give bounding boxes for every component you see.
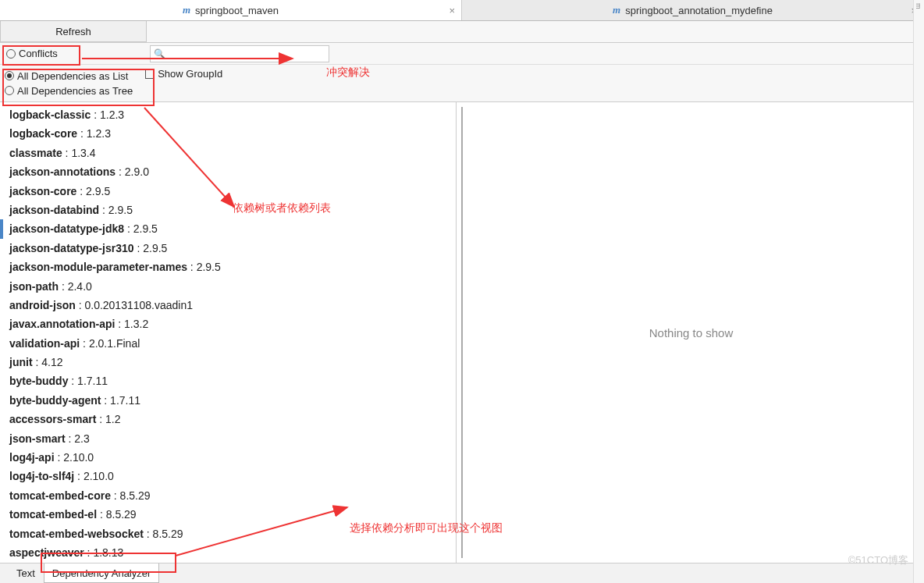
dependency-name: logback-classic <box>9 108 91 121</box>
dependency-name: accessors-smart <box>9 413 96 425</box>
dependency-version: : 1.2.3 <box>91 108 124 121</box>
dependency-version: : 2.3 <box>66 432 90 445</box>
radio-all-tree[interactable]: All Dependencies as Tree <box>5 85 133 97</box>
list-item[interactable]: tomcat-embed-core : 8.5.29 <box>9 486 456 505</box>
list-item[interactable]: javax.annotation-api : 1.3.2 <box>9 315 456 333</box>
dependency-name: jackson-annotations <box>9 165 116 178</box>
watermark: ©51CTO博客 <box>848 553 908 567</box>
dependency-name: json-smart <box>9 432 66 445</box>
dependency-name: tomcat-embed-el <box>9 508 97 521</box>
right-tool-sidebar[interactable]: m <box>913 0 924 583</box>
list-item[interactable]: classmate : 1.3.4 <box>9 144 456 162</box>
dependency-version: : 1.2.3 <box>77 127 111 140</box>
dependency-version: : 2.0.1.Final <box>80 337 140 350</box>
radio-label: All Dependencies as List <box>17 70 128 82</box>
close-icon[interactable]: × <box>449 5 455 16</box>
dependency-name: jackson-datatype-jsr310 <box>9 242 134 254</box>
tab-label: springboot_maven <box>195 5 279 16</box>
dependency-version: : 2.10.0 <box>55 451 94 464</box>
list-item[interactable]: tomcat-embed-websocket : 8.5.29 <box>9 524 456 543</box>
radio-label: Conflicts <box>19 48 58 59</box>
list-item[interactable]: tomcat-embed-el : 8.5.29 <box>9 505 456 524</box>
list-item[interactable]: log4j-api : 2.10.0 <box>9 448 456 467</box>
tab-text[interactable]: Text <box>8 563 44 583</box>
dependency-list-pane[interactable]: logback-classic : 1.2.3logback-core : 1.… <box>0 102 457 563</box>
checkbox-icon <box>145 69 155 79</box>
empty-state-text: Nothing to show <box>649 326 734 339</box>
toolbar: Refresh <box>0 21 924 43</box>
list-item[interactable]: validation-api : 2.0.1.Final <box>9 334 456 353</box>
tab-label: springboot_annotation_mydefine <box>625 5 773 16</box>
maven-icon: m <box>613 4 620 16</box>
dependency-name: log4j-to-slf4j <box>9 470 74 482</box>
list-item[interactable]: log4j-to-slf4j : 2.10.0 <box>9 467 456 485</box>
search-field[interactable] <box>167 48 325 59</box>
list-item[interactable]: logback-core : 1.2.3 <box>9 124 456 143</box>
dependency-version: : 4.12 <box>33 356 63 368</box>
maven-icon: m <box>183 4 190 16</box>
dependency-version: : 2.9.5 <box>134 242 168 254</box>
sidebar-tool-icon[interactable]: m <box>914 0 923 12</box>
dependency-name: json-path <box>9 280 59 293</box>
refresh-button[interactable]: Refresh <box>0 21 147 42</box>
dependency-version: : 2.10.0 <box>74 470 114 482</box>
list-item[interactable]: logback-classic : 1.2.3 <box>9 105 456 124</box>
list-item[interactable]: byte-buddy : 1.7.11 <box>9 371 456 390</box>
dependency-name: tomcat-embed-core <box>9 489 111 502</box>
dependency-name: aspectjweaver <box>9 546 84 559</box>
dependency-version: : 1.3.4 <box>62 147 96 159</box>
list-item[interactable]: junit : 4.12 <box>9 353 456 371</box>
list-item[interactable]: jackson-annotations : 2.9.0 <box>9 162 456 181</box>
detail-pane: Nothing to show <box>461 107 919 558</box>
list-item[interactable]: accessors-smart : 1.2 <box>9 410 456 428</box>
filter-row-1: Conflicts 🔍 <box>0 43 924 65</box>
dependency-name: logback-core <box>9 127 77 140</box>
list-item[interactable]: jackson-module-parameter-names : 2.9.5 <box>9 258 456 276</box>
dependency-version: : 8.5.29 <box>97 508 137 521</box>
dependency-name: jackson-core <box>9 185 76 197</box>
list-item[interactable]: json-smart : 2.3 <box>9 429 456 448</box>
list-item[interactable]: jackson-datatype-jsr310 : 2.9.5 <box>9 239 456 258</box>
list-item[interactable]: byte-buddy-agent : 1.7.11 <box>9 391 456 410</box>
dependency-name: byte-buddy-agent <box>9 394 101 407</box>
dependency-version: : 2.9.0 <box>116 165 149 178</box>
tab-springboot-maven[interactable]: m springboot_maven × <box>0 0 462 20</box>
radio-conflicts[interactable]: Conflicts <box>0 48 58 59</box>
dependency-name: junit <box>9 356 33 368</box>
radio-icon <box>5 71 14 80</box>
dependency-version: : 8.5.29 <box>111 489 151 502</box>
dependency-version: : 0.0.20131108.vaadin1 <box>76 299 193 311</box>
list-item[interactable]: jackson-databind : 2.9.5 <box>9 201 456 219</box>
list-item[interactable]: jackson-core : 2.9.5 <box>9 182 456 201</box>
list-item[interactable]: jackson-datatype-jdk8 : 2.9.5 <box>9 219 456 238</box>
dependency-name: android-json <box>9 299 76 311</box>
editor-tabs: m springboot_maven × m springboot_annota… <box>0 0 924 21</box>
checkbox-show-groupid[interactable]: Show GroupId <box>145 68 222 80</box>
dependency-name: jackson-databind <box>9 204 99 216</box>
radio-all-list[interactable]: All Dependencies as List <box>5 70 133 82</box>
tab-springboot-annotation[interactable]: m springboot_annotation_mydefine × <box>462 0 924 20</box>
dependency-version: : 2.9.5 <box>76 185 110 197</box>
list-item[interactable]: aspectjweaver : 1.8.13 <box>9 543 456 562</box>
tab-dependency-analyzer[interactable]: Dependency Analyzer <box>44 563 159 583</box>
radio-icon <box>6 49 16 59</box>
dependency-name: log4j-api <box>9 451 55 464</box>
dependency-version: : 1.2 <box>96 413 120 425</box>
filter-row-2: All Dependencies as List All Dependencie… <box>0 65 924 102</box>
search-input[interactable]: 🔍 <box>150 45 329 62</box>
dependency-name: tomcat-embed-websocket <box>9 528 144 540</box>
dependency-version: : 8.5.29 <box>144 528 183 540</box>
radio-label: All Dependencies as Tree <box>17 85 133 97</box>
dependency-version: : 1.7.11 <box>101 394 140 407</box>
dependency-version: : 2.9.5 <box>187 261 221 273</box>
main-split: logback-classic : 1.2.3logback-core : 1.… <box>0 102 924 563</box>
list-item[interactable]: android-json : 0.0.20131108.vaadin1 <box>9 296 456 315</box>
bottom-tabs: Text Dependency Analyzer <box>0 563 924 583</box>
list-item[interactable]: json-path : 2.4.0 <box>9 277 456 296</box>
dependency-name: byte-buddy <box>9 375 68 387</box>
dependency-name: jackson-datatype-jdk8 <box>9 222 124 235</box>
dependency-list: logback-classic : 1.2.3logback-core : 1.… <box>0 105 456 562</box>
dependency-version: : 2.4.0 <box>59 280 92 293</box>
dependency-version: : 1.3.2 <box>115 318 148 330</box>
dependency-version: : 2.9.5 <box>99 204 133 216</box>
